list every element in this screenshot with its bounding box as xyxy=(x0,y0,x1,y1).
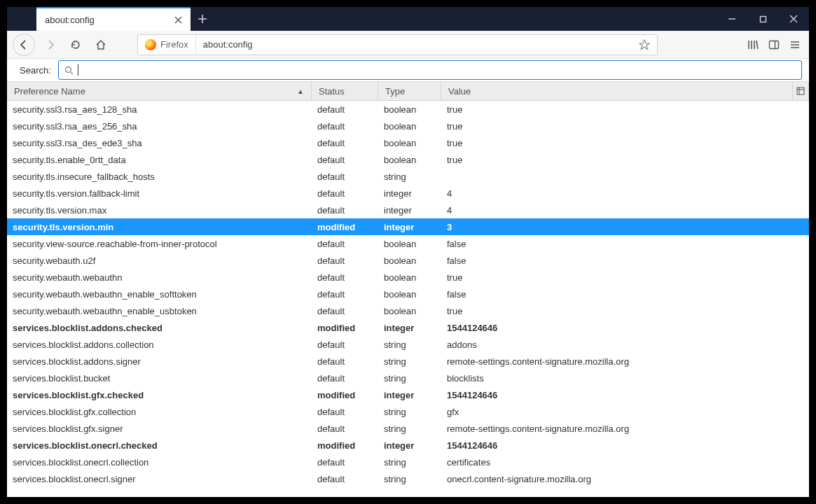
table-row[interactable]: security.webauth.webauthn_enable_usbtoke… xyxy=(7,302,809,319)
cell-name: services.blocklist.onecrl.signer xyxy=(7,474,312,484)
home-button[interactable] xyxy=(91,35,111,55)
cell-status: default xyxy=(312,172,378,182)
cell-name: security.tls.version.fallback-limit xyxy=(7,188,312,199)
cell-type: boolean xyxy=(378,289,441,300)
titlebar-spacer xyxy=(7,7,36,31)
maximize-button[interactable] xyxy=(747,7,778,31)
col-header-type[interactable]: Type xyxy=(378,82,441,100)
table-body[interactable]: security.ssl3.rsa_aes_128_shadefaultbool… xyxy=(7,101,809,497)
tab-active[interactable]: about:config xyxy=(36,7,191,31)
cell-type: integer xyxy=(378,188,441,199)
firefox-logo-icon xyxy=(145,39,156,50)
cell-type: boolean xyxy=(378,272,441,283)
table-row[interactable]: security.webauth.webauthndefaultbooleant… xyxy=(7,269,809,286)
cell-name: security.tls.version.min xyxy=(7,222,312,232)
table-row[interactable]: security.tls.version.fallback-limitdefau… xyxy=(7,185,809,202)
cell-name: security.tls.enable_0rtt_data xyxy=(7,155,312,165)
col-header-status[interactable]: Status xyxy=(312,82,378,100)
cell-status: default xyxy=(312,373,378,384)
column-picker-icon[interactable] xyxy=(792,82,809,100)
cell-status: default xyxy=(312,188,378,199)
sort-asc-icon: ▲ xyxy=(297,88,304,95)
cell-status: default xyxy=(312,457,378,468)
table-row[interactable]: security.webauth.u2fdefaultbooleanfalse xyxy=(7,252,809,269)
table-row[interactable]: security.ssl3.rsa_aes_256_shadefaultbool… xyxy=(7,118,809,134)
cell-status: default xyxy=(312,424,378,434)
forward-button[interactable] xyxy=(41,35,60,55)
table-row[interactable]: services.blocklist.onecrl.signerdefaults… xyxy=(7,470,809,487)
svg-rect-1 xyxy=(770,41,779,48)
table-row[interactable]: services.blocklist.addons.checkedmodifie… xyxy=(7,319,809,336)
cell-type: boolean xyxy=(378,239,441,249)
cell-name: security.tls.version.max xyxy=(7,205,312,216)
cell-name: security.webauth.u2f xyxy=(7,255,312,266)
cell-status: default xyxy=(312,407,378,417)
table-row[interactable]: security.tls.version.minmodifiedinteger3 xyxy=(7,218,809,235)
search-icon xyxy=(64,66,74,75)
cell-type: boolean xyxy=(378,121,441,132)
minimize-button[interactable] xyxy=(717,7,747,31)
cell-name: security.ssl3.rsa_des_ede3_sha xyxy=(7,138,312,148)
table-row[interactable]: security.webauth.webauthn_enable_softtok… xyxy=(7,286,809,302)
cell-status: default xyxy=(312,289,378,300)
table-row[interactable]: security.tls.insecure_fallback_hostsdefa… xyxy=(7,168,809,185)
cell-status: default xyxy=(312,205,378,216)
text-cursor xyxy=(78,64,78,76)
table-row[interactable]: services.blocklist.gfx.checkedmodifiedin… xyxy=(7,386,809,403)
table-row[interactable]: security.tls.enable_0rtt_datadefaultbool… xyxy=(7,151,809,168)
cell-type: string xyxy=(378,474,441,484)
bookmark-star-icon[interactable] xyxy=(636,36,653,53)
filter-label: Search: xyxy=(20,65,51,76)
cell-status: default xyxy=(312,104,378,115)
table-row[interactable]: services.blocklist.bucketdefaultstringbl… xyxy=(7,370,809,386)
close-tab-icon[interactable] xyxy=(172,14,184,25)
col-header-type-label: Type xyxy=(385,86,405,97)
cell-status: default xyxy=(312,138,378,148)
cell-name: services.blocklist.gfx.checked xyxy=(7,390,312,400)
sidebar-icon[interactable] xyxy=(768,39,780,50)
col-header-name[interactable]: Preference Name ▲ xyxy=(7,82,312,100)
table-row[interactable]: security.ssl3.rsa_aes_128_shadefaultbool… xyxy=(7,101,809,118)
cell-value: 3 xyxy=(441,222,809,232)
new-tab-button[interactable] xyxy=(191,7,214,31)
svg-rect-0 xyxy=(760,16,766,22)
url-bar[interactable]: Firefox about:config xyxy=(137,34,658,55)
cell-value: 1544124646 xyxy=(441,440,809,451)
app-menu-icon[interactable] xyxy=(789,39,801,50)
table-row[interactable]: services.blocklist.gfx.collectiondefault… xyxy=(7,403,809,420)
cell-type: boolean xyxy=(378,255,441,266)
cell-name: services.blocklist.onecrl.collection xyxy=(7,457,312,468)
cell-value: remote-settings.content-signature.mozill… xyxy=(441,356,809,367)
window-controls xyxy=(717,7,809,31)
table-row[interactable]: security.view-source.reachable-from-inne… xyxy=(7,235,809,252)
table-row[interactable]: services.blocklist.onecrl.collectiondefa… xyxy=(7,454,809,470)
filter-input[interactable] xyxy=(58,60,802,80)
library-icon[interactable] xyxy=(747,39,759,50)
cell-type: boolean xyxy=(378,104,441,115)
table-row[interactable]: security.tls.version.maxdefaultinteger4 xyxy=(7,202,809,218)
table-row[interactable]: services.blocklist.gfx.signerdefaultstri… xyxy=(7,420,809,437)
url-text[interactable]: about:config xyxy=(196,39,636,50)
back-button[interactable] xyxy=(13,34,35,56)
cell-value: 4 xyxy=(441,188,809,199)
table-row[interactable]: security.ssl3.rsa_des_ede3_shadefaultboo… xyxy=(7,134,809,151)
col-header-value-label: Value xyxy=(448,86,471,97)
filter-row: Search: xyxy=(7,59,809,81)
cell-value: true xyxy=(441,272,809,283)
reload-button[interactable] xyxy=(66,35,85,55)
browser-window: about:config xyxy=(7,7,809,497)
col-header-value[interactable]: Value xyxy=(441,82,792,100)
identity-chip[interactable]: Firefox xyxy=(138,35,196,55)
close-window-button[interactable] xyxy=(778,7,809,31)
cell-name: security.view-source.reachable-from-inne… xyxy=(7,239,312,249)
cell-status: modified xyxy=(312,323,378,333)
tab-title: about:config xyxy=(45,15,167,25)
table-row[interactable]: services.blocklist.addons.collectiondefa… xyxy=(7,336,809,353)
cell-type: boolean xyxy=(378,306,441,316)
cell-type: integer xyxy=(378,205,441,216)
titlebar: about:config xyxy=(7,7,809,31)
table-row[interactable]: services.blocklist.onecrl.checkedmodifie… xyxy=(7,437,809,454)
cell-name: services.blocklist.onecrl.checked xyxy=(7,440,312,451)
table-row[interactable]: services.blocklist.addons.signerdefaults… xyxy=(7,353,809,370)
cell-status: default xyxy=(312,306,378,316)
